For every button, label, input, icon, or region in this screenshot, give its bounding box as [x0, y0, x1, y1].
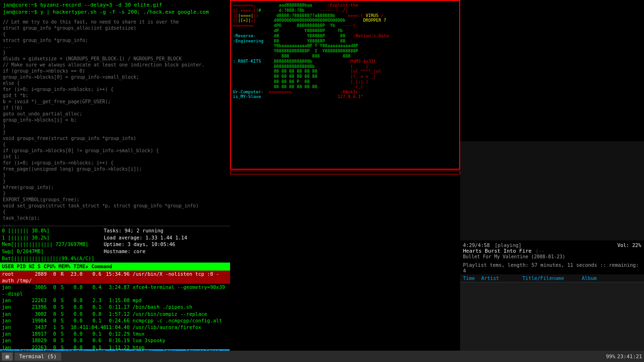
htop-row[interactable]: jan30020S0.00.81:57.12 /usr/bin/compiz -…: [0, 311, 230, 317]
player-vol-value: 22%: [632, 242, 641, 248]
code-block: // Let me try to do this fast, no need t…: [3, 18, 227, 226]
player-track-line: Hearts Burst Into Fire |--: [463, 248, 617, 254]
player-left: 4:29/4:58 [playing] Hearts Burst Into Fi…: [463, 242, 617, 259]
maze-panel: [460, 0, 644, 141]
player-panel: 4:29/4:58 [playing] Hearts Burst Into Fi…: [460, 240, 644, 362]
taskbar-terminal-item[interactable]: Terminal (5): [15, 353, 61, 361]
col-time: Time: [463, 275, 481, 281]
waveform-svg: [460, 141, 644, 240]
cmd-line-1: jan@core:~$ byzanz-record --delay=3 -d 3…: [3, 2, 227, 9]
col-artist: Artist: [481, 275, 522, 281]
warning-panel: [230, 171, 460, 174]
player-right: Vol: 22%: [617, 242, 641, 248]
taskbar-start-button[interactable]: ▦: [2, 353, 13, 361]
htop-row[interactable]: jan189170S0.00.10:12.29 tmux: [0, 330, 230, 337]
player-sep: |--: [536, 248, 545, 254]
systray: 99% 23:41:21: [606, 354, 642, 360]
cmd-line-2: jan@core:~$ y | hackertyper.sh -g -f -s …: [3, 9, 227, 16]
col-title: Title/Filename: [522, 275, 582, 281]
middle-hacker-panel: ========, aad8888888baa :Exploit-the ||.…: [230, 0, 460, 362]
waveform-panel: [460, 141, 644, 240]
maze-svg: [460, 0, 644, 141]
htop-row[interactable]: jan34371S10.411:04.4011:04.40 /usr/lib/a…: [0, 324, 230, 330]
ascii-art-panel: ========, aad8888888baa :Exploit-the ||.…: [230, 0, 460, 170]
ascii-art-content: ========, aad8888888baa :Exploit-the ||.…: [233, 3, 457, 99]
htop-row[interactable]: jan213960S0.00.10:11.17 /bin/bash ./pipe…: [0, 304, 230, 310]
htop-row[interactable]: jan30050S0.00.43:24.87 xfce4-terminal --…: [0, 284, 230, 297]
player-status: [playing]: [495, 242, 521, 248]
htop-row[interactable]: jan180290S0.00.60:16.19 lua 3spooky: [0, 337, 230, 344]
htop-process-header: USER PID NI S CPU% MEM% TIME+ Command: [0, 263, 230, 270]
player-time: 4:29/4:58: [463, 242, 490, 248]
htop-row[interactable]: jan199840S0.00.10:24.66 ncmpcpp -c .ncmp…: [0, 317, 230, 324]
player-info-bar: 4:29/4:58 [playing] Hearts Burst Into Fi…: [460, 240, 644, 261]
playlist-info: Playlist tems, length: 57 minutes, 11 se…: [460, 261, 644, 274]
htop-process-list: root28890R23.00.615:34.96 /usr/bin/X -no…: [0, 271, 230, 362]
cmd-prompt-2: jan@core:~$ y | hackertyper.sh -g -f -s …: [3, 9, 209, 15]
left-terminal-panel: jan@core:~$ byzanz-record --delay=3 -d 3…: [0, 0, 230, 362]
htop-header: 0 [|||||| 30.8%] 1 [|||||| 30.2%] Mem[||…: [0, 226, 230, 263]
playlist-columns: Time Artist Title/Filename Album: [460, 274, 644, 282]
htop-panel: 0 [|||||| 30.8%] 1 [|||||| 30.2%] Mem[||…: [0, 226, 230, 362]
left-top-terminal: jan@core:~$ byzanz-record --delay=3 -d 3…: [0, 0, 230, 226]
systray-battery: 99%: [606, 354, 615, 360]
htop-row[interactable]: root28890R23.00.615:34.96 /usr/bin/X -no…: [0, 271, 230, 284]
player-vol-label: Vol:: [617, 242, 629, 248]
taskbar: ▦ Terminal (5) 99% 23:41:21: [0, 351, 644, 362]
htop-row[interactable]: jan222630S0.02.31:15.08 mpd: [0, 297, 230, 304]
player-time-track: 4:29/4:58 [playing]: [463, 242, 617, 248]
player-track-name: Hearts Burst Into Fire: [463, 248, 532, 254]
taskbar-right: 99% 23:41:21: [606, 354, 642, 360]
matrix-panel: [230, 175, 460, 362]
systray-clock: 23:41:21: [617, 354, 642, 360]
col-album: Album: [582, 275, 641, 281]
cmd-prompt-1: jan@core:~$ byzanz-record --delay=3 -d 3…: [3, 2, 162, 8]
player-artist-line: Bullet For My Valentine (2008-01-23): [463, 254, 617, 259]
